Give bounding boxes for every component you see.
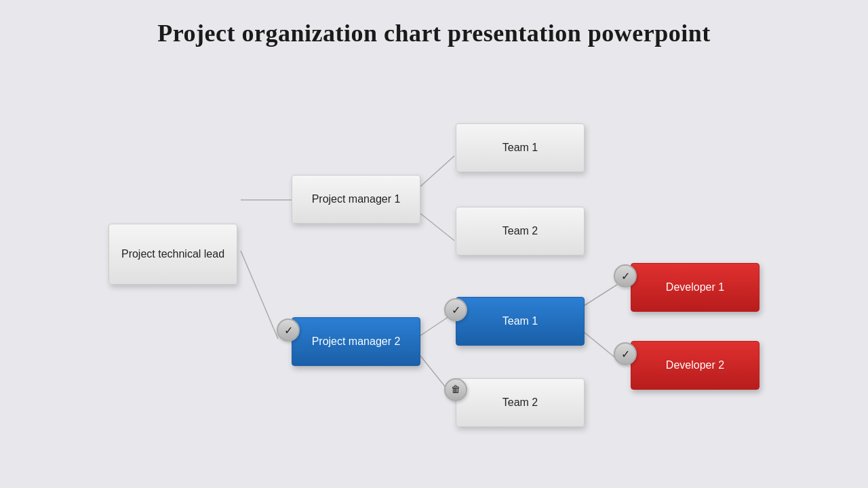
- node-project-technical-lead[interactable]: Project technical lead: [108, 224, 237, 285]
- node-developer-2[interactable]: Developer 2: [631, 341, 760, 390]
- svg-line-5: [420, 356, 448, 390]
- node-project-manager-2[interactable]: Project manager 2: [292, 317, 420, 366]
- node-team2-top[interactable]: Team 2: [456, 207, 585, 256]
- node-team2-bottom[interactable]: Team 2: [456, 378, 585, 427]
- svg-line-1: [241, 251, 278, 339]
- badge-project-manager-2-check: ✓: [277, 319, 300, 342]
- badge-team2-bottom-trash: 🗑: [444, 378, 467, 401]
- badge-developer1-check: ✓: [614, 264, 637, 287]
- svg-line-7: [580, 329, 617, 359]
- node-team1-bottom[interactable]: Team 1: [456, 297, 585, 346]
- svg-line-6: [580, 285, 617, 308]
- node-developer-1[interactable]: Developer 1: [631, 263, 760, 312]
- svg-line-3: [420, 214, 454, 241]
- svg-line-4: [420, 315, 451, 336]
- page-title: Project organization chart presentation …: [0, 0, 868, 47]
- node-team1-top[interactable]: Team 1: [456, 123, 585, 172]
- chart-area: Project technical lead Project manager 1…: [0, 75, 868, 488]
- badge-developer2-check: ✓: [614, 342, 637, 365]
- svg-line-2: [420, 156, 454, 186]
- node-project-manager-1[interactable]: Project manager 1: [292, 175, 420, 224]
- badge-team1-bottom-check: ✓: [444, 298, 467, 321]
